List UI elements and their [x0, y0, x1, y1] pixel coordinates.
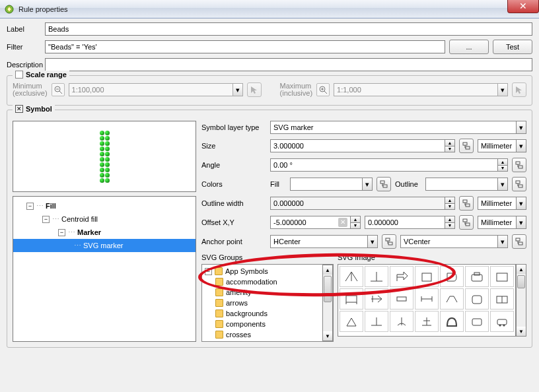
tree-node-svg-marker[interactable]: ⋯SVG marker [13, 239, 196, 252]
svg-groups-label: SVG Groups [201, 253, 334, 264]
symbol-layer-type-select[interactable]: SVG marker▾ [270, 121, 526, 134]
outline-color-label: Outline [395, 180, 421, 188]
folder-icon [215, 320, 223, 328]
symbol-collapse-button[interactable]: ✕ [15, 105, 23, 113]
svg-rect-22 [516, 238, 520, 241]
symbol-title: Symbol [26, 105, 52, 113]
scale-min-combo[interactable]: ▾ [69, 83, 243, 96]
scale-min-input[interactable] [69, 83, 233, 96]
anchor-v-select[interactable]: VCenter▾ [400, 235, 508, 248]
folder-icon [215, 267, 223, 275]
scale-min-pick-button[interactable] [247, 82, 262, 97]
svg-groups-scrollbar[interactable]: ▲▼ [322, 265, 333, 341]
outline-width-unit-select[interactable]: Millimeter▾ [478, 197, 526, 210]
angle-dd-button[interactable] [512, 158, 526, 172]
svg-rect-23 [519, 242, 522, 245]
clear-x-icon[interactable]: ✕ [338, 218, 347, 227]
zoom-in-icon[interactable] [316, 83, 330, 96]
anchor-v-dd-button[interactable] [512, 234, 526, 249]
svg-rect-16 [463, 200, 467, 203]
scale-max-input[interactable] [334, 83, 497, 96]
window-close-button[interactable]: ✕ [507, 0, 539, 13]
window-title: Rule properties [18, 5, 68, 13]
svg-rect-14 [516, 181, 520, 183]
svg-rect-13 [383, 185, 387, 187]
app-icon [4, 4, 15, 15]
outline-width-spin[interactable]: 0.000000▲▼ [270, 197, 455, 210]
filter-input[interactable]: "Beads" = 'Yes' [45, 40, 445, 53]
size-dd-button[interactable] [459, 139, 474, 153]
symbol-layer-type-label: Symbol layer type [201, 123, 266, 131]
svg-rect-10 [516, 162, 520, 164]
svg-rect-12 [380, 181, 384, 183]
svg-image-scrollbar[interactable]: ▲▼ [516, 264, 526, 337]
outline-width-dd-button[interactable] [459, 196, 474, 211]
window-titlebar: Rule properties ✕ [0, 0, 539, 18]
svg-rect-17 [466, 204, 470, 207]
outline-color-dd-button[interactable] [512, 177, 526, 191]
folder-icon [215, 288, 223, 296]
svg-rect-11 [519, 166, 522, 168]
label-label: Label [7, 25, 45, 33]
description-label: Description [7, 61, 45, 69]
svg-rect-21 [388, 242, 392, 245]
cursor-icon [515, 85, 524, 94]
svg-rect-27 [422, 273, 431, 281]
angle-label: Angle [201, 161, 266, 169]
offset-dd-button[interactable] [459, 215, 474, 230]
svg-rect-19 [466, 223, 470, 226]
cursor-icon [250, 85, 259, 94]
offset-y-spin[interactable]: 0.000000▲▼ [365, 216, 455, 229]
fill-color-dd-button[interactable] [377, 177, 391, 191]
offset-x-spin[interactable]: -5.000000✕▲▼ [270, 216, 361, 229]
scale-max-pick-button[interactable] [512, 82, 526, 97]
svg-rect-8 [463, 143, 467, 145]
svg-image-grid[interactable] [338, 264, 516, 337]
scale-max-combo[interactable]: ▾ [334, 83, 508, 96]
tree-node-centroid-fill[interactable]: −⋯Centroid fill [13, 212, 196, 226]
folder-icon [215, 278, 223, 286]
data-defined-icon [462, 199, 471, 208]
svg-rect-20 [386, 238, 390, 241]
filter-expression-button[interactable]: ... [449, 40, 489, 54]
size-unit-select[interactable]: Millimeter▾ [478, 139, 526, 152]
svg-line-2 [59, 91, 62, 94]
svg-line-5 [324, 91, 327, 94]
size-spin[interactable]: 3.000000▲▼ [270, 139, 455, 152]
outline-color-swatch[interactable]: ▾ [425, 178, 508, 191]
data-defined-icon [384, 237, 394, 246]
fill-color-swatch[interactable]: ▾ [290, 178, 373, 191]
data-defined-icon [515, 180, 524, 189]
symbol-preview [13, 121, 196, 192]
tree-node-marker[interactable]: −⋯Marker [13, 226, 196, 239]
scale-range-toggle[interactable]: Scale range [13, 71, 69, 79]
scale-range-group: Scale range Minimum(exclusive) ▾ Maximum… [7, 75, 532, 106]
svg-rect-31 [346, 296, 357, 302]
offset-unit-select[interactable]: Millimeter▾ [478, 216, 526, 229]
zoom-out-icon[interactable] [52, 83, 65, 96]
fill-color-label: Fill [270, 180, 286, 188]
data-defined-icon [379, 180, 388, 189]
colors-label: Colors [201, 180, 266, 188]
svg-rect-30 [497, 273, 507, 281]
svg-rect-51 [497, 319, 507, 325]
tree-node-fill[interactable]: −⋯Fill [13, 199, 196, 212]
folder-icon [215, 331, 223, 339]
filter-test-button[interactable]: Test [493, 40, 532, 54]
svg-groups-list[interactable]: −App Symbols accommodation amenity arrow… [201, 264, 334, 342]
outline-width-label: Outline width [201, 199, 266, 207]
svg-rect-36 [397, 297, 406, 301]
data-defined-icon [462, 218, 471, 227]
description-input[interactable] [45, 58, 532, 71]
symbol-layer-tree[interactable]: −⋯Fill −⋯Centroid fill −⋯Marker ⋯SVG mar… [13, 196, 196, 342]
scale-range-title: Scale range [26, 71, 67, 79]
data-defined-icon [462, 141, 471, 150]
svg-image-label: SVG Image [338, 253, 526, 264]
symbol-group: ✕ Symbol −⋯Fill −⋯Centroid fill −⋯Marker… [7, 110, 532, 348]
data-defined-icon [515, 237, 524, 246]
label-input[interactable]: Beads [45, 22, 532, 36]
angle-spin[interactable]: 0.00 °▲▼ [270, 158, 508, 172]
scale-min-label: Minimum(exclusive) [13, 82, 48, 97]
anchor-h-select[interactable]: HCenter▾ [270, 235, 378, 248]
anchor-h-dd-button[interactable] [382, 234, 396, 249]
